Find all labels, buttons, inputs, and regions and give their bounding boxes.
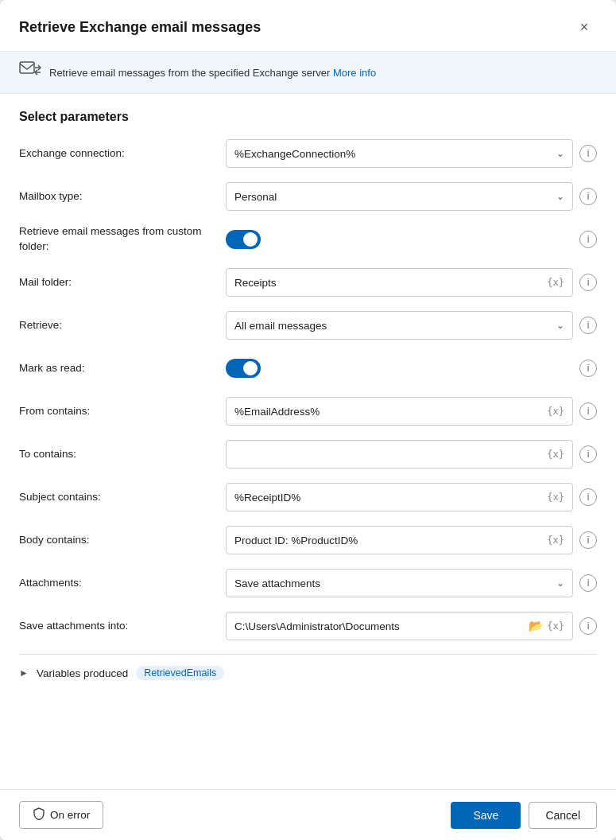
param-row-body-contains: Body contains: Product ID: %ProductID% {… xyxy=(19,525,597,555)
param-row-attachments: Attachments: Save attachments ⌄ i xyxy=(19,568,597,598)
variable-suffix: {x} xyxy=(547,449,564,460)
control-mail-folder: Receipts {x} i xyxy=(226,268,597,297)
variable-suffix: {x} xyxy=(547,277,564,288)
control-save-attachments-into: C:\Users\Administrator\Documents 📂 {x} i xyxy=(226,612,597,640)
toggle-retrieve-custom-folder[interactable] xyxy=(226,230,261,249)
info-icon-body-contains[interactable]: i xyxy=(579,531,597,549)
retrieve-select[interactable]: All email messages ⌄ xyxy=(226,311,573,340)
control-attachments: Save attachments ⌄ i xyxy=(226,569,597,597)
on-error-button[interactable]: On error xyxy=(19,801,103,829)
info-icon-mail-folder[interactable]: i xyxy=(579,274,597,291)
section-title: Select parameters xyxy=(19,110,597,124)
variable-suffix: {x} xyxy=(547,492,564,503)
chevron-right-icon: ► xyxy=(19,667,29,679)
mail-folder-input[interactable]: Receipts {x} xyxy=(226,268,573,297)
from-contains-input[interactable]: %EmailAddress% {x} xyxy=(226,397,573,426)
label-subject-contains: Subject contains: xyxy=(19,490,226,505)
variables-section: ► Variables produced RetrievedEmails xyxy=(19,654,597,686)
param-row-mail-folder: Mail folder: Receipts {x} i xyxy=(19,267,597,298)
info-icon-retrieve-custom-folder[interactable]: i xyxy=(579,231,597,248)
svg-rect-0 xyxy=(20,62,34,73)
label-mark-as-read: Mark as read: xyxy=(19,361,226,376)
dialog-body: Select parameters Exchange connection: %… xyxy=(0,94,616,789)
control-mailbox-type: Personal ⌄ i xyxy=(226,182,597,211)
label-to-contains: To contains: xyxy=(19,447,226,462)
control-to-contains: {x} i xyxy=(226,440,597,469)
chevron-down-icon: ⌄ xyxy=(556,578,564,589)
param-row-subject-contains: Subject contains: %ReceiptID% {x} i xyxy=(19,482,597,512)
cancel-button[interactable]: Cancel xyxy=(529,802,597,829)
param-row-mailbox-type: Mailbox type: Personal ⌄ i xyxy=(19,181,597,212)
label-body-contains: Body contains: xyxy=(19,533,226,548)
save-attachments-into-input[interactable]: C:\Users\Administrator\Documents 📂 {x} xyxy=(226,612,573,640)
variable-suffix: {x} xyxy=(547,406,564,417)
param-row-exchange-connection: Exchange connection: %ExchangeConnection… xyxy=(19,138,597,169)
subject-contains-input[interactable]: %ReceiptID% {x} xyxy=(226,483,573,511)
variable-suffix: {x} xyxy=(547,620,564,632)
info-icon-to-contains[interactable]: i xyxy=(579,445,597,463)
chevron-down-icon: ⌄ xyxy=(556,191,564,202)
control-exchange-connection: %ExchangeConnection% ⌄ i xyxy=(226,139,597,168)
label-retrieve: Retrieve: xyxy=(19,318,226,333)
info-icon-retrieve[interactable]: i xyxy=(579,317,597,334)
more-info-link[interactable]: More info xyxy=(333,67,376,79)
save-button[interactable]: Save xyxy=(451,802,521,829)
body-contains-input[interactable]: Product ID: %ProductID% {x} xyxy=(226,526,573,554)
dialog-title: Retrieve Exchange email messages xyxy=(19,19,261,36)
shield-icon xyxy=(33,807,45,822)
mailbox-type-select[interactable]: Personal ⌄ xyxy=(226,182,573,211)
control-from-contains: %EmailAddress% {x} i xyxy=(226,397,597,426)
footer-right: Save Cancel xyxy=(451,802,597,829)
to-contains-input[interactable]: {x} xyxy=(226,440,573,469)
toggle-mark-as-read[interactable] xyxy=(226,359,261,378)
info-icon-from-contains[interactable]: i xyxy=(579,402,597,420)
param-row-to-contains: To contains: {x} i xyxy=(19,439,597,469)
info-banner: Retrieve email messages from the specifi… xyxy=(0,52,616,94)
info-icon-subject-contains[interactable]: i xyxy=(579,488,597,506)
param-row-mark-as-read: Mark as read: i xyxy=(19,353,597,383)
variable-suffix: {x} xyxy=(547,535,564,546)
control-retrieve: All email messages ⌄ i xyxy=(226,311,597,340)
label-retrieve-custom-folder: Retrieve email messages from custom fold… xyxy=(19,224,226,255)
info-icon-save-attachments-into[interactable]: i xyxy=(579,617,597,635)
control-mark-as-read: i xyxy=(226,359,597,378)
close-button[interactable]: × xyxy=(571,14,597,40)
dialog-footer: On error Save Cancel xyxy=(0,789,616,840)
label-mailbox-type: Mailbox type: xyxy=(19,189,226,204)
label-save-attachments-into: Save attachments into: xyxy=(19,619,226,634)
label-from-contains: From contains: xyxy=(19,404,226,419)
info-icon-mark-as-read[interactable]: i xyxy=(579,360,597,377)
param-row-retrieve: Retrieve: All email messages ⌄ i xyxy=(19,310,597,340)
info-icon-attachments[interactable]: i xyxy=(579,574,597,592)
param-row-save-attachments-into: Save attachments into: C:\Users\Administ… xyxy=(19,611,597,641)
exchange-connection-select[interactable]: %ExchangeConnection% ⌄ xyxy=(226,139,573,168)
dialog: Retrieve Exchange email messages × Retri… xyxy=(0,0,616,840)
folder-browse-icon[interactable]: 📂 xyxy=(529,619,544,633)
info-icon-exchange-connection[interactable]: i xyxy=(579,145,597,162)
variables-label: Variables produced xyxy=(37,667,128,679)
info-icon-mailbox-type[interactable]: i xyxy=(579,188,597,205)
param-row-retrieve-custom-folder: Retrieve email messages from custom fold… xyxy=(19,224,597,255)
dialog-header: Retrieve Exchange email messages × xyxy=(0,0,616,52)
chevron-down-icon: ⌄ xyxy=(556,320,564,331)
label-exchange-connection: Exchange connection: xyxy=(19,146,226,161)
control-body-contains: Product ID: %ProductID% {x} i xyxy=(226,526,597,554)
attachments-select[interactable]: Save attachments ⌄ xyxy=(226,569,573,597)
param-row-from-contains: From contains: %EmailAddress% {x} i xyxy=(19,396,597,426)
email-exchange-icon xyxy=(19,61,41,84)
label-attachments: Attachments: xyxy=(19,576,226,591)
info-banner-text: Retrieve email messages from the specifi… xyxy=(49,67,376,79)
variable-badge: RetrievedEmails xyxy=(136,666,224,680)
control-subject-contains: %ReceiptID% {x} i xyxy=(226,483,597,511)
chevron-down-icon: ⌄ xyxy=(556,148,564,159)
variables-header[interactable]: ► Variables produced RetrievedEmails xyxy=(19,666,597,680)
control-retrieve-custom-folder: i xyxy=(226,230,597,249)
label-mail-folder: Mail folder: xyxy=(19,275,226,290)
